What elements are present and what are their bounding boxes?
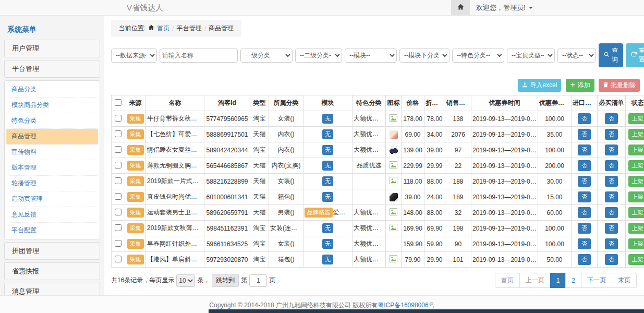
sidebar-section-bottom-0[interactable]: 拼团管理 xyxy=(4,242,100,260)
name-cell: 情侣睡衣女夏丝绸男士... xyxy=(146,142,204,158)
icp-link[interactable]: 粤ICP备16098006号 xyxy=(378,302,434,309)
jump-button[interactable]: 跳转到 xyxy=(212,274,239,287)
import-select-toggle[interactable]: 否 xyxy=(578,176,591,187)
sidebar-item[interactable]: 平台配置 xyxy=(6,223,98,238)
sidebar-item[interactable]: 轮播管理 xyxy=(6,176,98,191)
import-select-toggle[interactable]: 否 xyxy=(578,160,591,171)
must-buy-toggle[interactable]: 否 xyxy=(605,176,618,187)
must-buy-toggle[interactable]: 否 xyxy=(605,113,618,124)
row-checkbox[interactable] xyxy=(115,240,121,247)
import-select-toggle[interactable]: 否 xyxy=(578,113,591,124)
import-select-toggle[interactable]: 否 xyxy=(578,129,591,140)
reset-button[interactable]: 重置 xyxy=(626,43,644,67)
module-cell: 无 xyxy=(303,127,353,142)
filter-select-3[interactable]: --模块下分类-- xyxy=(399,49,449,63)
sidebar-section-1[interactable]: 平台管理 xyxy=(4,60,100,78)
icon-cell xyxy=(386,127,402,142)
home-button[interactable] xyxy=(451,0,470,16)
row-checkbox[interactable] xyxy=(115,130,121,137)
must-buy-toggle[interactable]: 否 xyxy=(605,207,618,218)
import-select-toggle[interactable]: 否 xyxy=(578,223,591,234)
name-cell: 【七色纺】可爱纯棉家... xyxy=(146,127,204,142)
must-buy-cell: 否 xyxy=(598,205,626,221)
filter-select-6[interactable]: --状态-- xyxy=(557,49,596,63)
page-button-下一页[interactable]: 下一页 xyxy=(581,273,612,288)
filter-select-2[interactable]: --模块-- xyxy=(345,49,397,63)
search-button[interactable]: 查询 xyxy=(599,43,623,67)
status-button[interactable]: 上架 xyxy=(628,160,644,171)
import-select-toggle[interactable]: 否 xyxy=(578,207,591,218)
page-button-首页[interactable]: 首页 xyxy=(495,273,520,288)
status-button[interactable]: 上架 xyxy=(628,207,644,218)
page-button-上一页[interactable]: 上一页 xyxy=(519,273,551,288)
sidebar-item[interactable]: 宣传物料 xyxy=(6,145,98,160)
sidebar-item[interactable]: 商品分类 xyxy=(6,82,98,98)
row-checkbox[interactable] xyxy=(115,146,121,153)
must-buy-toggle[interactable]: 否 xyxy=(605,238,618,249)
filter-select-1[interactable]: --二级分类-- xyxy=(295,49,342,63)
import-select-toggle[interactable]: 否 xyxy=(578,145,591,155)
sidebar-section-0[interactable]: 用户管理 xyxy=(4,40,100,57)
row-checkbox[interactable] xyxy=(115,177,121,184)
status-button[interactable]: 上架 xyxy=(628,129,644,140)
import-excel-button[interactable]: 导入excel xyxy=(518,79,561,92)
status-button[interactable]: 上架 xyxy=(628,223,644,234)
product-thumbnail xyxy=(390,193,398,201)
status-cell: 上架 xyxy=(626,221,644,236)
source-cell: 采集 xyxy=(125,205,146,221)
welcome-text: 欢迎您，管理员! xyxy=(476,3,526,13)
row-checkbox[interactable] xyxy=(115,256,121,262)
row-checkbox[interactable] xyxy=(115,162,121,168)
row-checkbox[interactable] xyxy=(115,209,121,215)
data-source-select[interactable]: --数据来源-- xyxy=(111,49,157,63)
add-button[interactable]: 添加 xyxy=(566,79,594,92)
must-buy-toggle[interactable]: 否 xyxy=(605,129,618,140)
must-buy-toggle[interactable]: 否 xyxy=(605,254,618,265)
must-buy-toggle[interactable]: 否 xyxy=(605,160,618,171)
must-buy-toggle[interactable]: 否 xyxy=(605,223,618,234)
page-button-末页[interactable]: 末页 xyxy=(612,273,637,288)
select-all-checkbox[interactable] xyxy=(115,99,121,106)
per-page-select[interactable]: 10 xyxy=(176,274,195,287)
status-cell: 上架 xyxy=(626,174,644,189)
batch-delete-button[interactable]: 批量删除 xyxy=(599,79,640,92)
sidebar-item[interactable]: 版本管理 xyxy=(6,160,98,176)
page-button-1[interactable]: 1 xyxy=(550,273,566,288)
sidebar-section-bottom-1[interactable]: 省惠快报 xyxy=(4,262,100,280)
must-buy-toggle[interactable]: 否 xyxy=(605,191,618,202)
sidebar-section-bottom-2[interactable]: 消息管理 xyxy=(4,283,100,295)
taoke-id-cell: 596611634525 xyxy=(204,236,250,252)
page-button-2[interactable]: 2 xyxy=(565,273,581,288)
sidebar-item[interactable]: 商品管理 xyxy=(6,129,98,145)
row-checkbox[interactable] xyxy=(115,224,121,231)
import-select-toggle[interactable]: 否 xyxy=(578,254,591,265)
import-select-toggle[interactable]: 否 xyxy=(578,191,591,202)
status-button[interactable]: 上架 xyxy=(628,254,644,265)
sidebar-item[interactable]: 启动页管理 xyxy=(6,191,98,207)
jump-page-input[interactable] xyxy=(249,274,267,287)
taoke-id-cell: 589042420344 xyxy=(204,142,250,158)
import-select-toggle[interactable]: 否 xyxy=(578,238,591,249)
user-menu[interactable]: 欢迎您，管理员! xyxy=(470,3,539,13)
status-button[interactable]: 上架 xyxy=(628,145,644,155)
import-select-cell: 否 xyxy=(572,205,598,221)
status-button[interactable]: 上架 xyxy=(628,191,644,202)
filter-select-0[interactable]: 一级分类 xyxy=(240,49,293,63)
status-button[interactable]: 上架 xyxy=(628,238,644,249)
module-cell: 无 xyxy=(303,158,353,174)
status-button[interactable]: 上架 xyxy=(628,113,644,124)
sidebar-item[interactable]: 模块商品分类 xyxy=(6,98,98,113)
filter-select-4[interactable]: --特色分类-- xyxy=(452,49,504,63)
filter-select-5[interactable]: --宝贝类型-- xyxy=(507,49,555,63)
price-cell: 139.00 xyxy=(402,142,424,158)
row-checkbox[interactable] xyxy=(115,193,121,200)
row-checkbox[interactable] xyxy=(115,115,121,122)
breadcrumb-home-link[interactable]: 首页 xyxy=(157,24,169,33)
status-button[interactable]: 上架 xyxy=(628,176,644,187)
must-buy-cell: 否 xyxy=(598,158,626,174)
name-search-input[interactable] xyxy=(160,49,238,63)
must-buy-toggle[interactable]: 否 xyxy=(605,145,618,155)
sidebar-item[interactable]: 特色分类 xyxy=(6,113,98,129)
coupon-time-cell: 2019-09-13—2019-09-17 xyxy=(471,158,538,174)
sidebar-item[interactable]: 意见反馈 xyxy=(6,207,98,223)
